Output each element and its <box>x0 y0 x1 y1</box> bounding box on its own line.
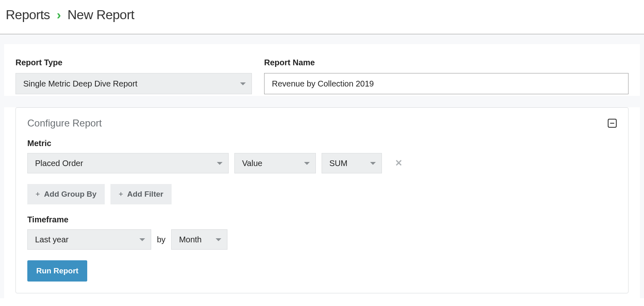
add-filter-label: Add Filter <box>127 190 163 199</box>
report-name-group: Report Name <box>264 58 629 94</box>
chevron-down-icon <box>240 82 246 85</box>
chevron-down-icon <box>139 238 145 241</box>
metric-agg-value: SUM <box>329 159 347 168</box>
chevron-down-icon <box>304 162 310 165</box>
metric-row: Placed Order Value SUM ✕ <box>27 153 617 173</box>
configure-header: Configure Report <box>27 118 617 129</box>
report-type-label: Report Type <box>15 58 252 67</box>
add-filter-button[interactable]: + Add Filter <box>110 184 172 204</box>
report-type-group: Report Type Single Metric Deep Dive Repo… <box>15 58 252 94</box>
configure-title: Configure Report <box>27 118 102 129</box>
report-type-value: Single Metric Deep Dive Report <box>23 79 137 89</box>
timeframe-range-select[interactable]: Last year <box>27 229 151 250</box>
metric-actions-row: + Add Group By + Add Filter <box>27 184 617 204</box>
plus-icon: + <box>119 190 123 199</box>
breadcrumb: Reports › New Report <box>6 7 638 22</box>
metric-field-select[interactable]: Value <box>234 153 316 173</box>
close-icon: ✕ <box>395 158 402 168</box>
chevron-down-icon <box>217 162 223 165</box>
minus-icon <box>610 123 614 124</box>
report-name-input[interactable] <box>264 73 629 94</box>
report-meta-row: Report Type Single Metric Deep Dive Repo… <box>4 44 640 96</box>
timeframe-range-value: Last year <box>35 235 68 244</box>
metric-section: Metric Placed Order Value SUM ✕ <box>27 139 617 204</box>
timeframe-row: Last year by Month <box>27 229 617 250</box>
page-header: Reports › New Report <box>0 0 644 34</box>
page-body: Report Type Single Metric Deep Dive Repo… <box>0 34 644 298</box>
add-group-by-button[interactable]: + Add Group By <box>27 184 105 204</box>
chevron-down-icon <box>370 162 376 165</box>
add-group-by-label: Add Group By <box>44 190 97 199</box>
collapse-button[interactable] <box>608 119 617 128</box>
report-name-label: Report Name <box>264 58 629 67</box>
configure-report-card: Configure Report Metric Placed Order Val… <box>15 107 629 293</box>
metric-agg-select[interactable]: SUM <box>322 153 382 173</box>
metric-label: Metric <box>27 139 617 148</box>
timeframe-by-text: by <box>157 235 165 244</box>
metric-select[interactable]: Placed Order <box>27 153 229 173</box>
run-report-label: Run Report <box>36 266 78 275</box>
chevron-down-icon <box>216 238 221 241</box>
timeframe-unit-select[interactable]: Month <box>171 229 227 250</box>
report-type-select[interactable]: Single Metric Deep Dive Report <box>15 73 252 94</box>
metric-field-value: Value <box>242 159 262 168</box>
metric-select-value: Placed Order <box>35 159 83 168</box>
remove-metric-button[interactable]: ✕ <box>395 158 402 169</box>
timeframe-unit-value: Month <box>179 235 202 244</box>
run-report-button[interactable]: Run Report <box>27 260 87 282</box>
breadcrumb-root[interactable]: Reports <box>6 7 50 22</box>
timeframe-section: Timeframe Last year by Month <box>27 215 617 250</box>
timeframe-label: Timeframe <box>27 215 617 224</box>
breadcrumb-separator-icon: › <box>57 7 61 22</box>
breadcrumb-current: New Report <box>67 7 134 22</box>
plus-icon: + <box>35 190 40 199</box>
